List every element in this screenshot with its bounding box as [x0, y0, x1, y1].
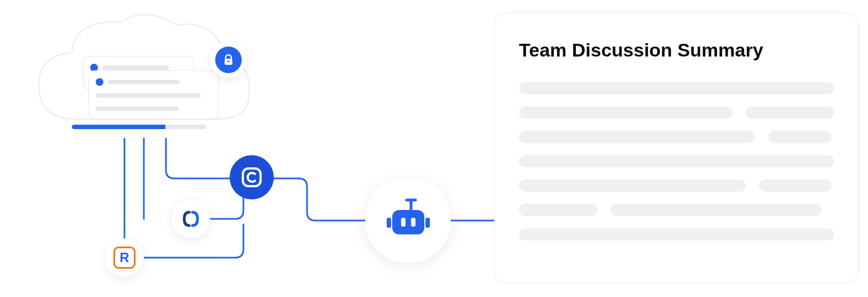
svg-point-5: [227, 60, 230, 63]
cloud-source: [28, 8, 254, 152]
placeholder-bar: [768, 131, 831, 143]
summary-title: Team Discussion Summary: [519, 39, 834, 61]
svg-rect-6: [243, 168, 261, 186]
app-node-json: [171, 199, 210, 238]
lock-icon: [222, 53, 235, 66]
placeholder-row: [519, 228, 834, 240]
summary-card: Team Discussion Summary: [494, 12, 859, 284]
placeholder-bar: [519, 155, 834, 167]
svg-rect-9: [392, 210, 424, 234]
placeholder-bar: [611, 204, 822, 216]
placeholder-bar: [519, 228, 834, 240]
progress-bar: [72, 125, 206, 129]
placeholder-row: [519, 180, 834, 192]
lock-badge: [210, 42, 247, 78]
bot-icon: [383, 196, 433, 245]
app-node-c: [230, 155, 274, 199]
svg-rect-12: [401, 218, 406, 227]
r-app-icon: R: [113, 247, 136, 269]
placeholder-bar: [519, 131, 755, 143]
summary-placeholder-rows: [519, 82, 834, 240]
chat-card: [89, 70, 219, 119]
svg-rect-11: [425, 218, 430, 228]
svg-rect-10: [387, 218, 391, 228]
svg-rect-13: [411, 218, 415, 227]
placeholder-row: [519, 131, 834, 143]
ai-bot-node: [365, 177, 451, 263]
r-app-label: R: [119, 250, 129, 265]
placeholder-row: [519, 204, 834, 216]
c-app-icon: [240, 165, 264, 190]
placeholder-row: [519, 82, 834, 94]
app-node-r: R: [105, 238, 144, 277]
placeholder-row: [519, 155, 834, 167]
placeholder-bar: [759, 180, 831, 192]
json-app-icon: [181, 209, 201, 229]
placeholder-bar: [519, 180, 746, 192]
placeholder-bar: [519, 106, 732, 119]
placeholder-bar: [519, 204, 597, 216]
placeholder-row: [519, 106, 834, 119]
placeholder-bar: [746, 106, 834, 119]
placeholder-bar: [519, 82, 834, 94]
